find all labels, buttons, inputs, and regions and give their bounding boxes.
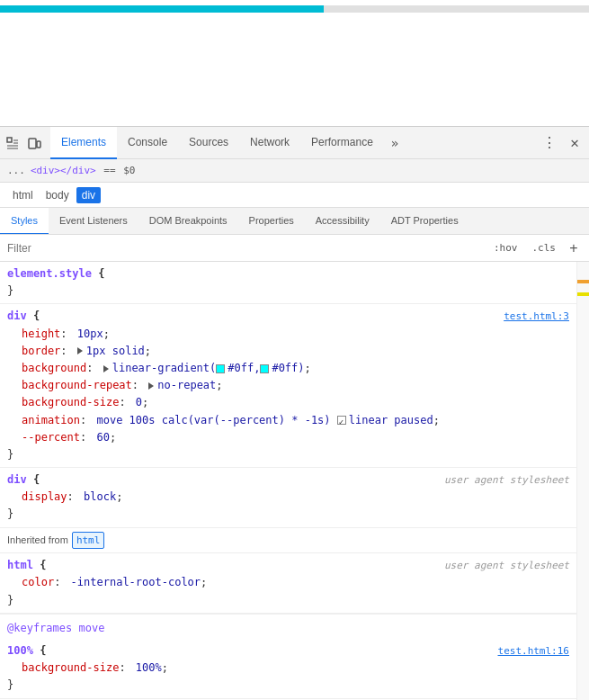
color-value[interactable]: -internal-root-color xyxy=(71,574,201,591)
keyframes-100-header: 100% { test.html:16 xyxy=(0,642,576,660)
cls-button[interactable]: .cls xyxy=(528,240,561,256)
div-file-link[interactable]: test.html:3 xyxy=(504,309,569,325)
sub-tab-properties[interactable]: Properties xyxy=(238,208,305,235)
breadcrumb-equals: == xyxy=(98,165,122,176)
css-panel: element.style { } div { test.html:3 heig… xyxy=(0,262,576,700)
tab-performance[interactable]: Performance xyxy=(300,127,384,159)
bg-repeat-colon: : xyxy=(132,377,145,394)
bg-size-name[interactable]: background-size xyxy=(22,394,119,411)
sub-tab-bar: Styles Event Listeners DOM Breakpoints P… xyxy=(0,208,589,235)
display-value[interactable]: block xyxy=(84,489,116,506)
html-ua-header: html { user agent stylesheet xyxy=(0,557,576,574)
background-c2[interactable]: #0ff) xyxy=(272,360,304,377)
kf-bg-size-value[interactable]: 100% xyxy=(136,660,162,677)
background-fn[interactable]: linear-gradient( xyxy=(112,360,217,377)
div-ua-header: div { user agent stylesheet xyxy=(0,471,576,489)
hov-button[interactable]: :hov xyxy=(489,240,522,256)
height-name[interactable]: height xyxy=(22,326,60,343)
breadcrumb-tag[interactable]: <div></div> xyxy=(31,165,96,176)
ua-label-html: user agent stylesheet xyxy=(444,558,569,574)
display-prop: display : block ; xyxy=(0,489,576,506)
tab-network[interactable]: Network xyxy=(239,127,300,159)
swatch-cyan-2[interactable] xyxy=(260,364,269,373)
display-name[interactable]: display xyxy=(22,489,67,506)
more-options-btn[interactable]: ⋮ xyxy=(539,132,560,154)
keyframes-100-selector: 100% { xyxy=(7,642,46,660)
filter-bar: :hov .cls + xyxy=(0,235,589,262)
svg-rect-1 xyxy=(29,139,36,148)
gutter-mark-yellow xyxy=(577,292,589,296)
keyframes-100-close: } xyxy=(0,677,576,694)
animation-value[interactable]: move 100s calc(var(--percent) * -1s) xyxy=(96,412,336,429)
animation-checkbox[interactable] xyxy=(337,416,346,425)
content-area: element.style { } div { test.html:3 heig… xyxy=(0,262,589,700)
background-c1[interactable]: #0ff, xyxy=(228,360,260,377)
keyframes-rule: 100% { test.html:16 background-size : 10… xyxy=(0,639,576,699)
display-semi: ; xyxy=(116,489,122,506)
border-arrow[interactable] xyxy=(77,347,83,354)
element-style-selector: element.style { xyxy=(7,265,104,283)
dom-breadcrumb: ... <div></div> == $0 xyxy=(0,159,589,183)
bg-repeat-semi: ; xyxy=(216,377,222,394)
sub-tab-accessibility[interactable]: Accessibility xyxy=(305,208,380,235)
height-value[interactable]: 10px xyxy=(77,326,103,343)
bg-repeat-prop: background-repeat : no-repeat ; xyxy=(0,377,576,394)
background-arrow[interactable] xyxy=(103,365,109,372)
percent-name[interactable]: --percent xyxy=(22,429,80,446)
border-value[interactable]: 1px solid xyxy=(86,343,145,360)
keyframes-file-link[interactable]: test.html:16 xyxy=(498,643,569,660)
kf-bg-size-prop: background-size : 100% ; xyxy=(0,660,576,677)
background-name[interactable]: background xyxy=(22,360,86,377)
add-style-button[interactable]: + xyxy=(566,240,582,256)
element-style-header: element.style { xyxy=(0,265,576,283)
inspect-icon[interactable] xyxy=(4,134,22,152)
tab-elements[interactable]: Elements xyxy=(50,127,117,159)
close-devtools-btn[interactable]: ✕ xyxy=(564,132,585,154)
element-style-rule: element.style { } xyxy=(0,262,576,304)
sub-tab-dom-breakpoints[interactable]: DOM Breakpoints xyxy=(138,208,238,235)
node-html[interactable]: html xyxy=(7,187,39,203)
sub-tab-event-listeners[interactable]: Event Listeners xyxy=(49,208,138,235)
border-colon: : xyxy=(60,343,73,360)
swatch-cyan-1[interactable] xyxy=(216,364,225,373)
svg-rect-0 xyxy=(7,138,12,142)
percent-colon: : xyxy=(80,429,93,446)
inherited-tag[interactable]: html xyxy=(72,532,105,550)
html-ua-selector: html { xyxy=(7,557,46,574)
tab-sources[interactable]: Sources xyxy=(178,127,239,159)
color-name[interactable]: color xyxy=(22,574,54,591)
ua-label-div: user agent stylesheet xyxy=(444,472,569,489)
animation-timing[interactable]: linear paused xyxy=(349,412,433,429)
progress-bar xyxy=(0,5,324,13)
filter-actions: :hov .cls + xyxy=(489,240,582,256)
bg-repeat-name[interactable]: background-repeat xyxy=(22,377,132,394)
sub-tab-styles[interactable]: Styles xyxy=(0,208,49,235)
percent-prop: --percent : 60 ; xyxy=(0,429,576,446)
div-rule-close: } xyxy=(0,446,576,463)
node-body[interactable]: body xyxy=(40,187,75,203)
border-name[interactable]: border xyxy=(22,343,60,360)
node-div[interactable]: div xyxy=(76,187,101,203)
html-ua-rule: html { user agent stylesheet color : -in… xyxy=(0,553,576,614)
kf-bg-size-name[interactable]: background-size xyxy=(22,660,119,677)
percent-value[interactable]: 60 xyxy=(96,429,109,446)
bg-repeat-arrow[interactable] xyxy=(148,382,154,390)
right-gutter xyxy=(576,262,589,700)
sub-tab-adt-properties[interactable]: ADT Properties xyxy=(380,208,469,235)
bg-size-value[interactable]: 0 xyxy=(136,394,142,411)
height-colon: : xyxy=(60,326,73,343)
background-semi: ; xyxy=(305,360,311,377)
device-icon[interactable] xyxy=(25,134,43,152)
percent-semi: ; xyxy=(110,429,116,446)
tab-actions: ⋮ ✕ xyxy=(539,132,585,154)
keyframes-header: @keyframes move xyxy=(0,614,576,639)
devtools-panel: Elements Console Sources Network Perform… xyxy=(0,126,589,700)
tab-overflow-btn[interactable]: » xyxy=(384,127,406,159)
animation-name[interactable]: animation xyxy=(22,412,80,429)
tab-console[interactable]: Console xyxy=(117,127,178,159)
inherited-from-label: Inherited from html xyxy=(0,528,576,554)
height-prop: height : 10px ; xyxy=(0,326,576,343)
height-semi: ; xyxy=(103,326,110,343)
filter-input[interactable] xyxy=(7,242,482,255)
bg-repeat-value[interactable]: no-repeat xyxy=(157,377,216,394)
